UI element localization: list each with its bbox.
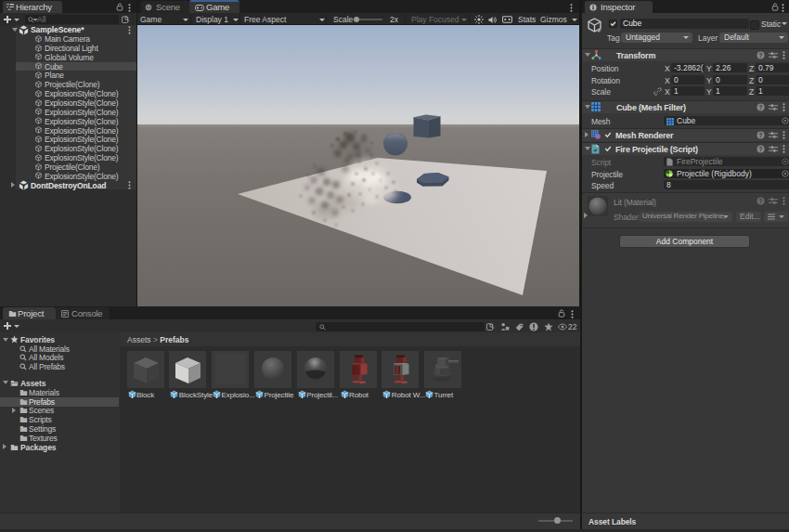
svg-text:?: ? — [759, 146, 763, 152]
svg-text:?: ? — [759, 132, 763, 138]
svg-text:?: ? — [759, 52, 763, 58]
svg-text:?: ? — [759, 104, 763, 110]
svg-text:?: ? — [759, 198, 763, 204]
